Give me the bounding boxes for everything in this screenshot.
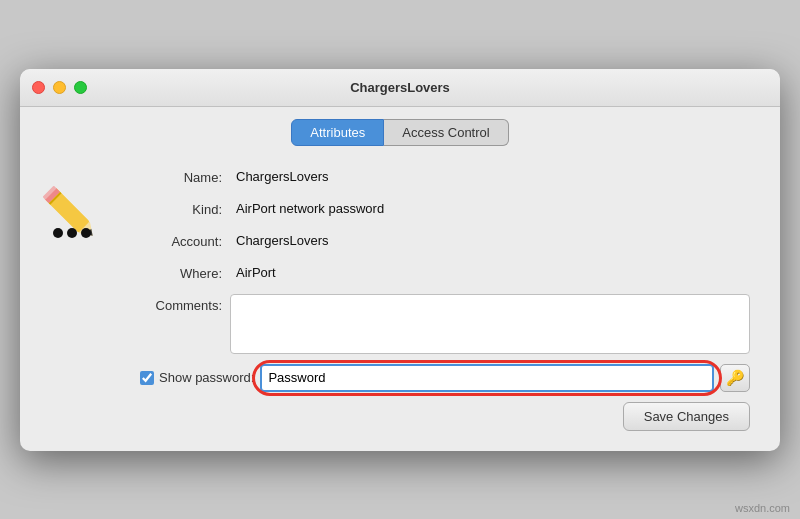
minimize-button[interactable] bbox=[53, 81, 66, 94]
password-row: Show password: 🔑 bbox=[140, 364, 750, 392]
name-value: ChargersLovers bbox=[230, 166, 750, 190]
close-button[interactable] bbox=[32, 81, 45, 94]
footer-row: Save Changes bbox=[140, 402, 750, 431]
kind-label: Kind: bbox=[140, 202, 230, 217]
content-area: Name: ChargersLovers Kind: AirPort netwo… bbox=[20, 146, 780, 451]
show-password-checkbox[interactable] bbox=[140, 371, 154, 385]
form-area: Name: ChargersLovers Kind: AirPort netwo… bbox=[140, 166, 750, 431]
tab-access-control[interactable]: Access Control bbox=[384, 119, 508, 146]
svg-point-7 bbox=[67, 228, 77, 238]
comments-label: Comments: bbox=[140, 294, 230, 313]
where-value: AirPort bbox=[230, 262, 750, 286]
main-window: ChargersLovers Attributes Access Control bbox=[20, 69, 780, 451]
where-row: Where: AirPort bbox=[140, 262, 750, 286]
password-input[interactable] bbox=[260, 364, 714, 392]
svg-point-8 bbox=[81, 228, 91, 238]
tab-bar: Attributes Access Control bbox=[20, 107, 780, 146]
name-label: Name: bbox=[140, 170, 230, 185]
kind-value: AirPort network password bbox=[230, 198, 750, 222]
show-password-label: Show password: bbox=[140, 370, 254, 385]
traffic-lights bbox=[32, 81, 87, 94]
window-title: ChargersLovers bbox=[350, 80, 450, 95]
show-password-text: Show password: bbox=[159, 370, 254, 385]
where-label: Where: bbox=[140, 266, 230, 281]
pencil-icon bbox=[40, 176, 110, 246]
name-row: Name: ChargersLovers bbox=[140, 166, 750, 190]
comments-textarea[interactable] bbox=[230, 294, 750, 354]
save-changes-button[interactable]: Save Changes bbox=[623, 402, 750, 431]
tab-attributes[interactable]: Attributes bbox=[291, 119, 384, 146]
account-row: Account: ChargersLovers bbox=[140, 230, 750, 254]
key-icon: 🔑 bbox=[726, 369, 745, 387]
comments-row: Comments: bbox=[140, 294, 750, 354]
kind-row: Kind: AirPort network password bbox=[140, 198, 750, 222]
account-label: Account: bbox=[140, 234, 230, 249]
watermark: wsxdn.com bbox=[735, 502, 790, 514]
account-value: ChargersLovers bbox=[230, 230, 750, 254]
icon-area bbox=[40, 166, 120, 431]
key-button[interactable]: 🔑 bbox=[720, 364, 750, 392]
password-input-wrapper bbox=[260, 364, 714, 392]
titlebar: ChargersLovers bbox=[20, 69, 780, 107]
maximize-button[interactable] bbox=[74, 81, 87, 94]
svg-point-6 bbox=[53, 228, 63, 238]
